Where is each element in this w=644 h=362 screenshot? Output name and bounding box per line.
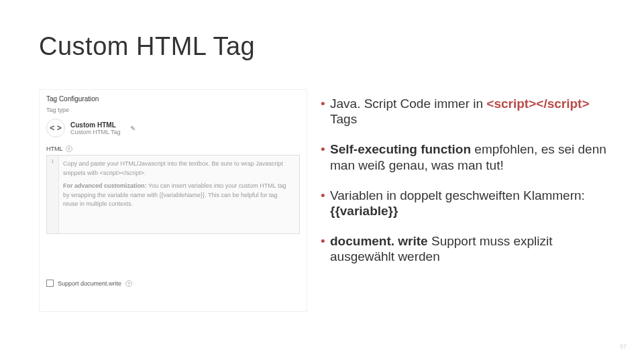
- tag-config-label: Tag Configuration: [40, 90, 307, 105]
- html-label-row: HTML ?: [40, 144, 307, 155]
- tag-name: Custom HTML: [70, 121, 121, 129]
- support-document-write-label: Support document.write: [58, 280, 121, 287]
- tag-subname: Custom HTML Tag: [70, 129, 121, 135]
- code-gutter: 1: [47, 156, 59, 233]
- code-brackets-icon: < >: [46, 119, 65, 137]
- help-icon: ?: [66, 145, 72, 152]
- tag-type-label: Tag type: [40, 105, 307, 113]
- tag-type-text: Custom HTML Custom HTML Tag: [70, 121, 121, 135]
- edit-icon: ✎: [130, 125, 136, 132]
- slide-title: Custom HTML Tag: [39, 32, 255, 61]
- page-number: 57: [620, 343, 627, 350]
- bullet-list: Java. Script Code immer in <script></scr…: [321, 96, 613, 279]
- help-icon: ?: [125, 280, 132, 287]
- support-document-write-row: Support document.write ?: [40, 239, 307, 287]
- bullet-item: Self-executing function empfohlen, es se…: [321, 141, 613, 172]
- bullet-item: document. write Support muss explizit au…: [321, 233, 613, 264]
- bullet-item: Variablen in doppelt geschweiften Klamme…: [321, 188, 613, 219]
- html-code-editor: 1 Copy and paste your HTML/Javascript in…: [46, 155, 300, 234]
- code-placeholder: Copy and paste your HTML/Javascript into…: [63, 160, 294, 213]
- bullet-item: Java. Script Code immer in <script></scr…: [321, 96, 613, 127]
- gtm-screenshot: Tag Configuration Tag type < > Custom HT…: [39, 89, 307, 312]
- support-document-write-checkbox: [46, 280, 54, 287]
- html-field-label: HTML: [46, 145, 63, 152]
- tag-type-row: < > Custom HTML Custom HTML Tag ✎: [40, 113, 307, 144]
